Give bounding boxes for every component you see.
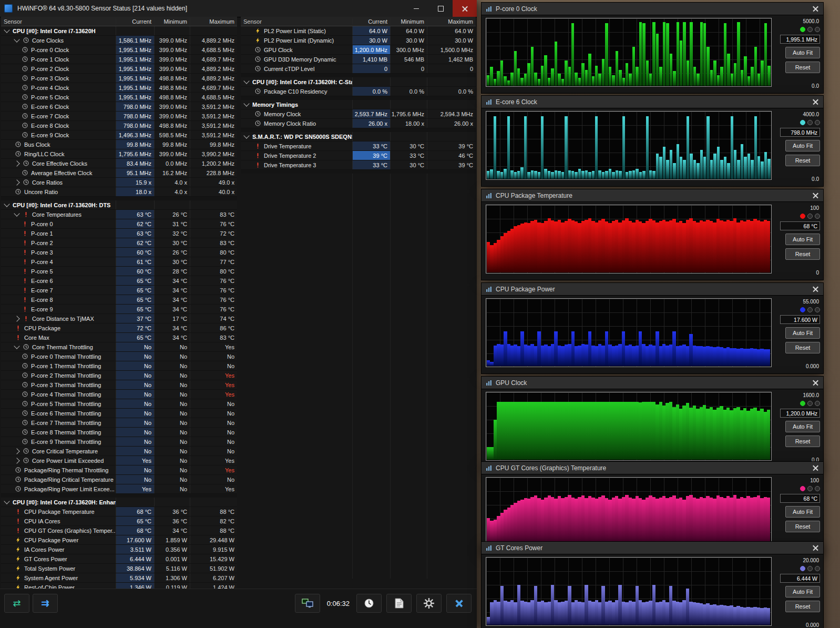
sensor-row[interactable]: Core Thermal ThrottlingNoNoYes [1, 342, 237, 352]
chevron-right-icon[interactable] [14, 448, 19, 454]
sensor-row[interactable]: GPU Clock1,200.0 MHz300.0 MHz1,500.0 MHz [241, 45, 476, 55]
clock-timer-button[interactable] [356, 594, 382, 613]
column-header-sensor[interactable]: Sensor [1, 18, 116, 25]
chevron-right-icon[interactable] [14, 458, 19, 463]
series-color-dot[interactable] [800, 566, 805, 571]
sensor-row[interactable]: System Agent Power5.934 W1.306 W6.207 W [1, 573, 237, 583]
sensor-row[interactable]: P-core 3 Thermal ThrottlingNoNoYes [1, 380, 237, 390]
series-color-dot[interactable] [815, 566, 820, 571]
sensor-row[interactable]: Core Distance to TjMAX37 °C17 °C74 °C [1, 314, 237, 323]
sensor-row[interactable]: Average Effective Clock95.1 MHz16.2 MHz2… [1, 168, 237, 178]
sensor-row[interactable]: Core Critical TemperatureNoNoNo [1, 447, 237, 456]
column-header-current[interactable]: Current [352, 18, 390, 25]
sensor-row[interactable]: P-core 360 °C26 °C80 °C [1, 248, 237, 257]
column-header-maximum[interactable]: Maximum [427, 18, 476, 25]
sensor-row[interactable]: Core Power Limit ExceededYesNoYes [1, 456, 237, 465]
graph-titlebar[interactable]: GT Cores Power [482, 542, 823, 554]
sensor-row[interactable]: E-core 7 Thermal ThrottlingNoNoNo [1, 418, 237, 428]
auto-fit-button[interactable]: Auto Fit [785, 140, 820, 151]
graph-titlebar[interactable]: CPU Package Temperature [482, 189, 823, 202]
graph-titlebar[interactable]: GPU Clock [482, 377, 823, 389]
chevron-down-icon[interactable] [14, 343, 19, 349]
sensor-row[interactable]: Package/Ring Critical TemperatureNoNoNo [1, 475, 237, 484]
reset-button[interactable]: Reset [785, 248, 820, 260]
minimize-button[interactable] [404, 0, 428, 17]
series-color-dot[interactable] [815, 120, 820, 125]
sensor-row[interactable]: P-core 262 °C30 °C83 °C [1, 238, 237, 248]
sensor-row[interactable]: E-core 865 °C34 °C76 °C [1, 295, 237, 305]
settings-button[interactable] [416, 594, 442, 613]
column-header-minimum[interactable]: Minimum [390, 18, 427, 25]
window-titlebar[interactable]: HWiNFO® 64 v8.30-5800 Sensor Status [214… [0, 0, 477, 17]
remote-monitoring-button[interactable] [295, 594, 320, 613]
sensor-row[interactable]: Package C10 Residency0.0 %0.0 %0.0 % [241, 87, 476, 96]
series-color-dot[interactable] [800, 401, 805, 406]
column-header-current[interactable]: Current [116, 18, 154, 25]
chevron-right-icon[interactable] [14, 160, 19, 166]
sensor-row[interactable]: GPU D3D Memory Dynamic1,410 MB546 MB1,46… [241, 55, 476, 64]
sensor-row[interactable]: GT Cores Power6.444 W0.001 W15.429 W [1, 554, 237, 564]
chevron-down-icon[interactable] [243, 133, 249, 138]
graph-close-icon[interactable] [812, 192, 819, 199]
section-header-row[interactable]: CPU [#0]: Intel Core i7-13620H: DTS [1, 200, 237, 210]
section-header-row[interactable]: Memory Timings [241, 100, 476, 109]
sensor-row[interactable]: E-core 9 Thermal ThrottlingNoNoNo [1, 437, 237, 447]
cycle-sensors-button[interactable]: ⇄ [4, 594, 29, 613]
series-color-dot[interactable] [815, 214, 820, 219]
section-header-row[interactable]: S.M.A.R.T.: WD PC SN5000S SDEQNSJ-512G-1… [241, 132, 476, 141]
section-header-row[interactable]: CPU [#0]: Intel Core i7-13620H: Enhanced [1, 498, 237, 507]
sensor-row[interactable]: E-core 665 °C34 °C76 °C [1, 276, 237, 286]
graph-close-icon[interactable] [812, 98, 819, 105]
sensor-row[interactable]: E-core 8 Clock798.0 MHz498.8 MHz3,591.2 … [1, 121, 237, 130]
sensor-row[interactable]: Core Clocks1,586.1 MHz399.0 MHz4,889.2 M… [1, 36, 237, 45]
series-color-dot[interactable] [800, 27, 805, 32]
sensor-row[interactable]: P-core 3 Clock1,995.1 MHz498.8 MHz4,889.… [1, 74, 237, 83]
sensor-row[interactable]: E-core 6 Thermal ThrottlingNoNoNo [1, 409, 237, 418]
auto-fit-button[interactable]: Auto Fit [785, 234, 820, 245]
series-color-dot[interactable] [807, 307, 813, 312]
series-color-dot[interactable] [807, 486, 813, 491]
chevron-down-icon[interactable] [14, 210, 19, 216]
reset-button[interactable]: Reset [785, 155, 820, 166]
series-color-dot[interactable] [807, 120, 813, 125]
auto-fit-button[interactable]: Auto Fit [785, 421, 820, 432]
series-color-dot[interactable] [807, 27, 813, 32]
graph-close-icon[interactable] [812, 5, 819, 12]
chevron-down-icon[interactable] [243, 78, 249, 84]
sensor-row[interactable]: Memory Clock2,593.7 MHz1,795.6 MHz2,594.… [241, 109, 476, 119]
sensor-row[interactable]: Drive Temperature33 °C30 °C39 °C [241, 141, 476, 151]
sensor-row[interactable]: Core Ratios15.9 x4.0 x49.0 x [1, 178, 237, 187]
reset-button[interactable]: Reset [785, 601, 820, 612]
chevron-down-icon[interactable] [4, 27, 9, 33]
series-color-dot[interactable] [807, 214, 813, 219]
sensor-row[interactable]: Drive Temperature 333 °C30 °C39 °C [241, 160, 476, 170]
series-color-dot[interactable] [800, 214, 805, 219]
section-header-row[interactable]: CPU [#0]: Intel Core i7-13620H: C-State … [241, 77, 476, 87]
chevron-right-icon[interactable] [14, 316, 19, 321]
series-color-dot[interactable] [815, 27, 820, 32]
sensor-row[interactable]: P-core 461 °C30 °C77 °C [1, 257, 237, 267]
graph-titlebar[interactable]: E-core 6 Clock [482, 96, 823, 108]
close-button[interactable] [453, 0, 477, 17]
graph-titlebar[interactable]: CPU Package Power [482, 283, 823, 296]
auto-fit-button[interactable]: Auto Fit [785, 506, 820, 518]
sensor-row[interactable]: Core Effective Clocks83.4 MHz0.0 MHz1,20… [1, 159, 237, 168]
column-header-maximum[interactable]: Maximum [190, 18, 237, 25]
chevron-down-icon[interactable] [4, 498, 9, 504]
sensor-row[interactable]: Total System Power38.864 W5.116 W51.902 … [1, 564, 237, 573]
graph-close-icon[interactable] [812, 544, 819, 551]
reset-button[interactable]: Reset [785, 435, 820, 447]
series-color-dot[interactable] [800, 486, 805, 491]
series-color-dot[interactable] [807, 401, 813, 406]
sensor-row[interactable]: Current cTDP Level000 [241, 64, 476, 74]
sensor-row[interactable]: P-core 4 Clock1,995.1 MHz498.8 MHz4,689.… [1, 83, 237, 93]
series-color-dot[interactable] [815, 486, 820, 491]
chevron-down-icon[interactable] [14, 36, 19, 42]
sensor-row[interactable]: E-core 765 °C34 °C76 °C [1, 286, 237, 295]
column-header-sensor[interactable]: Sensor [241, 18, 352, 25]
graph-titlebar[interactable]: CPU GT Cores (Graphics) Temperature [482, 462, 823, 474]
series-color-dot[interactable] [815, 307, 820, 312]
chevron-down-icon[interactable] [4, 201, 9, 207]
reset-button[interactable]: Reset [785, 62, 820, 73]
chevron-right-icon[interactable] [14, 179, 19, 185]
